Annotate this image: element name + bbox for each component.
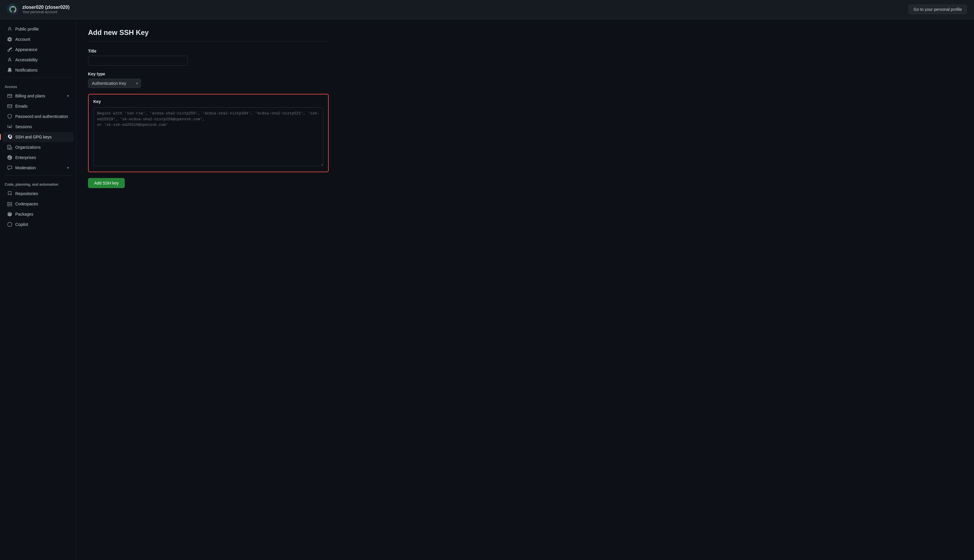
key-type-form-group: Key type Authentication Key Signing Key …	[88, 72, 329, 88]
sidebar-label-repositories: Repositories	[15, 191, 69, 196]
title-input[interactable]	[88, 56, 188, 66]
sidebar-item-repositories[interactable]: Repositories	[2, 188, 73, 198]
sidebar-label-notifications: Notifications	[15, 68, 69, 72]
codespaces-icon	[7, 201, 12, 207]
broadcast-icon	[7, 124, 12, 129]
sidebar-label-account: Account	[15, 37, 69, 42]
layout: Public profile Account Appearance Access…	[0, 19, 974, 560]
top-bar-left: zloser020 (zloser020) Your personal acco…	[7, 3, 70, 15]
key-type-select-wrapper: Authentication Key Signing Key ▾	[88, 78, 141, 88]
sidebar-label-sessions: Sessions	[15, 124, 69, 129]
sidebar-item-moderation[interactable]: Moderation ▾	[2, 163, 73, 173]
sidebar: Public profile Account Appearance Access…	[0, 19, 76, 560]
add-ssh-key-button[interactable]: Add SSH key	[88, 178, 125, 188]
package-icon	[7, 212, 12, 217]
gear-icon	[7, 37, 12, 42]
key-section-label: Key	[93, 99, 324, 104]
sidebar-item-password[interactable]: Password and authentication	[2, 112, 73, 122]
chevron-down-icon: ▾	[67, 94, 69, 98]
sidebar-label-accessibility: Accessibility	[15, 57, 69, 62]
account-type: Your personal account	[22, 10, 70, 14]
paintbrush-icon	[7, 47, 12, 52]
key-section: Key	[88, 94, 329, 172]
username: zloser020 (zloser020)	[22, 5, 70, 10]
title-label: Title	[88, 49, 329, 53]
sidebar-label-enterprises: Enterprises	[15, 155, 69, 160]
key-textarea[interactable]	[93, 107, 324, 166]
sidebar-item-public-profile[interactable]: Public profile	[2, 24, 73, 34]
sidebar-item-ssh-gpg[interactable]: SSH and GPG keys	[2, 132, 73, 142]
page-title: Add new SSH Key	[88, 28, 329, 37]
sidebar-item-accessibility[interactable]: Accessibility	[2, 55, 73, 65]
org-icon	[7, 145, 12, 150]
key-icon	[7, 134, 12, 140]
chevron-down-icon-moderation: ▾	[67, 166, 69, 170]
sidebar-label-ssh-gpg: SSH and GPG keys	[15, 135, 69, 139]
automation-section-label: Code, planning, and automation	[0, 178, 76, 188]
sidebar-item-appearance[interactable]: Appearance	[2, 45, 73, 55]
sidebar-item-copilot[interactable]: Copilot	[2, 220, 73, 229]
sidebar-label-copilot: Copilot	[15, 222, 69, 227]
profile-button[interactable]: Go to your personal profile	[909, 5, 967, 14]
person-icon	[7, 27, 12, 32]
sidebar-divider-1	[5, 77, 71, 78]
top-bar: zloser020 (zloser020) Your personal acco…	[0, 0, 974, 19]
user-info: zloser020 (zloser020) Your personal acco…	[22, 5, 70, 14]
accessibility-icon	[7, 57, 12, 62]
sidebar-item-packages[interactable]: Packages	[2, 209, 73, 219]
sidebar-label-moderation: Moderation	[15, 165, 64, 170]
sidebar-item-billing[interactable]: Billing and plans ▾	[2, 91, 73, 101]
key-type-label: Key type	[88, 72, 329, 76]
sidebar-label-password: Password and authentication	[15, 114, 69, 119]
sidebar-label-organizations: Organizations	[15, 145, 69, 150]
sidebar-label-emails: Emails	[15, 104, 69, 108]
mail-icon	[7, 103, 12, 109]
title-form-group: Title	[88, 49, 329, 66]
sidebar-item-account[interactable]: Account	[2, 34, 73, 44]
sidebar-item-organizations[interactable]: Organizations	[2, 142, 73, 152]
bell-icon	[7, 67, 12, 73]
comment-icon	[7, 165, 12, 170]
sidebar-label-packages: Packages	[15, 212, 69, 217]
credit-card-icon	[7, 93, 12, 98]
sidebar-item-enterprises[interactable]: Enterprises	[2, 153, 73, 163]
sidebar-label-billing: Billing and plans	[15, 93, 64, 98]
sidebar-item-notifications[interactable]: Notifications	[2, 65, 73, 75]
sidebar-divider-2	[5, 175, 71, 175]
main-content: Add new SSH Key Title Key type Authentic…	[76, 19, 340, 560]
sidebar-item-emails[interactable]: Emails	[2, 101, 73, 111]
sidebar-label-appearance: Appearance	[15, 47, 69, 52]
sidebar-label-public-profile: Public profile	[15, 27, 69, 32]
sidebar-item-sessions[interactable]: Sessions	[2, 122, 73, 132]
copilot-icon	[7, 222, 12, 227]
key-type-select[interactable]: Authentication Key Signing Key	[88, 78, 141, 88]
globe-icon	[7, 155, 12, 160]
access-section-label: Access	[0, 80, 76, 91]
repo-icon	[7, 191, 12, 196]
sidebar-item-codespaces[interactable]: Codespaces	[2, 199, 73, 209]
sidebar-label-codespaces: Codespaces	[15, 202, 69, 206]
avatar	[7, 3, 19, 15]
shield-icon	[7, 114, 12, 119]
